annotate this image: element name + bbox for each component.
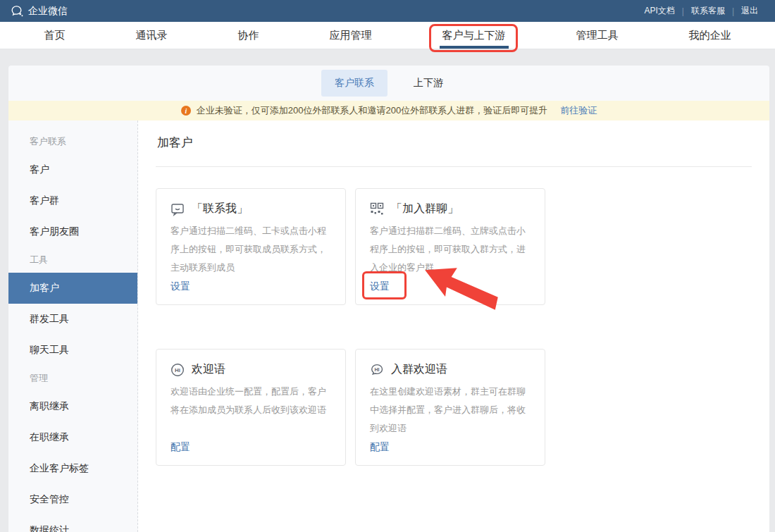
sidebar-item-add-customer[interactable]: 加客户	[8, 273, 137, 304]
contact-support-link[interactable]: 联系客服	[684, 5, 732, 17]
sidebar-item-customer-moments[interactable]: 客户朋友圈	[8, 216, 137, 247]
card-contact-me: 「联系我」 客户通过扫描二维码、工卡或点击小程序上的按钮，即可获取成员联系方式，…	[156, 188, 346, 305]
wecom-logo-icon	[10, 4, 24, 18]
feature-cards: 「联系我」 客户通过扫描二维码、工卡或点击小程序上的按钮，即可获取成员联系方式，…	[156, 188, 752, 466]
sidebar-item-resigned-inheritance[interactable]: 离职继承	[8, 391, 137, 422]
group-welcome-message-icon: HI	[370, 363, 384, 377]
main-content: 加客户 「联系我」 客户通过扫描二维码、工卡或点击小程序上的按	[138, 120, 769, 532]
main-nav: 首页 通讯录 协作 应用管理 客户与上下游 管理工具 我的企业	[0, 22, 775, 49]
nav-item-label: 应用管理	[330, 29, 372, 42]
card-description: 在这里创建欢迎语素材，群主可在群聊中选择并配置，客户进入群聊后，将收到欢迎语	[370, 383, 531, 438]
info-icon: i	[181, 106, 191, 116]
contact-me-settings-link[interactable]: 设置	[170, 280, 190, 292]
sidebar-item-onjob-inheritance[interactable]: 在职继承	[8, 422, 137, 453]
sidebar-item-customer-groups[interactable]: 客户群	[8, 185, 137, 216]
topbar: 企业微信 API文档 | 联系客服 | 退出	[0, 0, 775, 22]
tab-updownstream[interactable]: 上下游	[400, 70, 457, 97]
card-title: 入群欢迎语	[391, 362, 447, 377]
svg-text:Hi: Hi	[175, 367, 180, 373]
nav-item-label: 首页	[44, 29, 66, 42]
sidebar-item-security-control[interactable]: 安全管控	[8, 484, 137, 515]
nav-item-label: 协作	[238, 29, 259, 42]
nav-item-label: 管理工具	[576, 29, 619, 42]
welcome-configure-link[interactable]: 配置	[170, 441, 190, 452]
nav-item-management-tools[interactable]: 管理工具	[576, 22, 619, 49]
nav-item-contacts[interactable]: 通讯录	[136, 22, 168, 49]
panel-body: 客户联系 客户 客户群 客户朋友圈 工具 加客户 群发工具 聊天工具 管理 离职…	[8, 120, 769, 532]
verification-banner: i 企业未验证，仅可添加200位外部联系人和邀请200位外部联系人进群，验证后即…	[8, 101, 769, 120]
nav-item-label: 我的企业	[689, 29, 731, 42]
nav-item-label: 通讯录	[136, 29, 168, 42]
sidebar-header-management: 管理	[8, 366, 137, 391]
sidebar: 客户联系 客户 客户群 客户朋友圈 工具 加客户 群发工具 聊天工具 管理 离职…	[8, 120, 138, 532]
tab-customer-contact[interactable]: 客户联系	[321, 70, 388, 97]
content-panel: 客户联系 上下游 i 企业未验证，仅可添加200位外部联系人和邀请200位外部联…	[8, 66, 769, 532]
api-docs-link[interactable]: API文档	[637, 5, 681, 17]
go-verify-link[interactable]: 前往验证	[560, 104, 597, 117]
join-group-chat-icon	[370, 202, 384, 216]
card-welcome-message: Hi 欢迎语 欢迎语由企业统一配置，配置后，客户将在添加成员为联系人后收到该欢迎…	[156, 349, 346, 466]
card-join-group-chat: 「加入群聊」 客户通过扫描群二维码、立牌或点击小程序上的按钮，即可获取入群方式，…	[355, 188, 545, 305]
card-title: 「加入群聊」	[391, 202, 459, 216]
sidebar-header-customer-contact: 客户联系	[8, 129, 137, 154]
brand-name: 企业微信	[28, 5, 68, 18]
active-tab-underline	[440, 46, 509, 49]
svg-text:HI: HI	[375, 366, 380, 371]
nav-item-app-management[interactable]: 应用管理	[330, 22, 372, 49]
card-group-welcome-message: HI 入群欢迎语 在这里创建欢迎语素材，群主可在群聊中选择并配置，客户进入群聊后…	[355, 349, 545, 466]
welcome-message-icon: Hi	[170, 363, 185, 377]
banner-text: 企业未验证，仅可添加200位外部联系人和邀请200位外部联系人进群，验证后即可提…	[197, 104, 547, 117]
sidebar-item-chat-tools[interactable]: 聊天工具	[8, 335, 137, 366]
nav-item-collaboration[interactable]: 协作	[238, 22, 259, 49]
sidebar-item-data-statistics[interactable]: 数据统计	[8, 515, 137, 532]
topbar-links: API文档 | 联系客服 | 退出	[637, 5, 765, 17]
nav-item-label: 客户与上下游	[442, 29, 506, 42]
sidebar-item-bulk-message-tools[interactable]: 群发工具	[8, 304, 137, 335]
sidebar-header-tools: 工具	[8, 247, 137, 273]
card-description: 客户通过扫描二维码、工卡或点击小程序上的按钮，即可获取成员联系方式，主动联系到成…	[170, 222, 331, 277]
sidebar-item-corp-customer-tags[interactable]: 企业客户标签	[8, 453, 137, 484]
group-welcome-configure-link[interactable]: 配置	[370, 441, 390, 452]
nav-item-customers-updownstream[interactable]: 客户与上下游	[442, 22, 506, 49]
sidebar-item-customers[interactable]: 客户	[8, 154, 137, 185]
logout-link[interactable]: 退出	[734, 5, 765, 17]
card-description: 欢迎语由企业统一配置，配置后，客户将在添加成员为联系人后收到该欢迎语	[170, 383, 331, 419]
card-description: 客户通过扫描群二维码、立牌或点击小程序上的按钮，即可获取入群方式，进入企业的客户…	[370, 222, 531, 277]
join-group-settings-link[interactable]: 设置	[370, 280, 390, 292]
sub-tabs: 客户联系 上下游	[8, 66, 769, 101]
card-title: 「联系我」	[192, 202, 248, 216]
nav-item-home[interactable]: 首页	[44, 22, 66, 49]
page-title: 加客户	[156, 120, 752, 167]
nav-item-my-company[interactable]: 我的企业	[689, 22, 731, 49]
card-title: 欢迎语	[192, 362, 225, 377]
brand: 企业微信	[10, 4, 68, 18]
contact-me-icon	[170, 202, 185, 216]
